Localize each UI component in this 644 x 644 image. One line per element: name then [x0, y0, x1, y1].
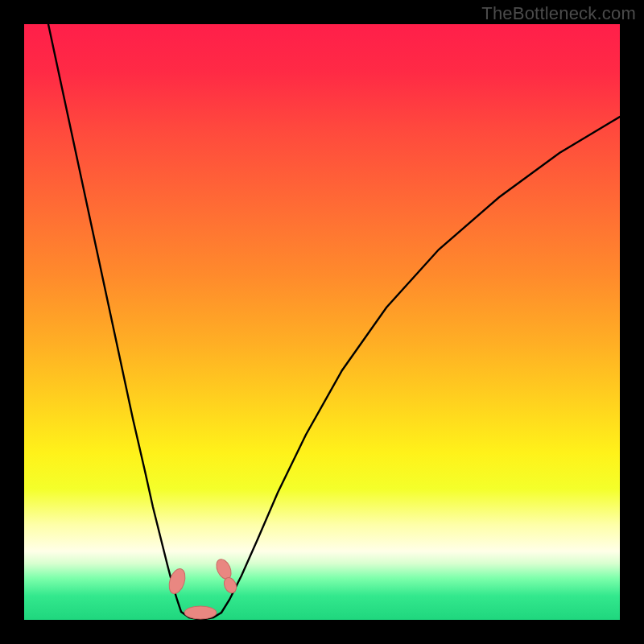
blob-bottom [184, 606, 217, 619]
blob-right-upper [213, 557, 233, 581]
outer-frame: TheBottleneck.com [0, 0, 644, 644]
plot-area [24, 24, 620, 620]
bottleneck-curve [48, 24, 620, 619]
watermark-text: TheBottleneck.com [481, 3, 636, 24]
curve-svg [24, 24, 620, 620]
marker-group [166, 557, 238, 619]
